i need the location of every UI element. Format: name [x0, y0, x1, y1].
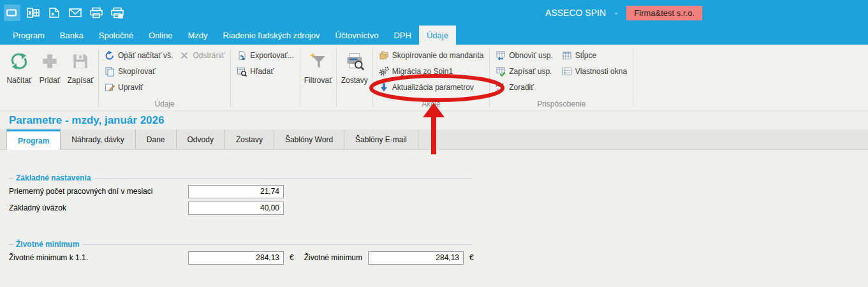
update-parameters-button[interactable]: Aktualizácia parametrov	[376, 79, 477, 95]
tab-program[interactable]: Program	[6, 129, 61, 150]
ribbon-group-label-udaje: Údaje	[101, 99, 228, 110]
title-bar: ASSECO SPIN - Firma&test s.r.o.	[0, 0, 868, 26]
section-dash	[9, 178, 13, 179]
ribbon-separator	[336, 48, 337, 107]
window-properties-button[interactable]: Vlastnosti okna	[559, 63, 630, 79]
menu-item-online[interactable]: Online	[141, 26, 180, 45]
excel-export-icon[interactable]	[25, 4, 41, 21]
section-rule	[83, 244, 472, 245]
base-workload-input[interactable]	[188, 202, 284, 215]
down-arrow-icon	[379, 82, 389, 92]
mail-icon[interactable]	[67, 4, 84, 21]
copy-to-mandant-label: Skopírovanie do mandanta	[392, 51, 483, 60]
restore-layout-icon	[496, 50, 506, 61]
section-rule	[94, 178, 472, 179]
export-icon	[237, 50, 247, 61]
titlebar-app-identity: ASSECO SPIN - Firma&test s.r.o.	[545, 6, 862, 20]
tab-sablony-word[interactable]: Šablóny Word	[274, 129, 344, 149]
ribbon-separator	[300, 48, 300, 107]
delete-icon	[179, 50, 189, 61]
menu-item-spolocne[interactable]: Spoločné	[91, 26, 141, 45]
ribbon-separator	[489, 48, 490, 107]
menu-item-program[interactable]: Program	[5, 26, 52, 45]
section-living-minimum: Životné minimum	[9, 216, 868, 249]
search-button[interactable]: Hľadať	[233, 63, 277, 79]
plus-icon	[38, 49, 61, 73]
ribbon-toolbar: Načítať Pridať Zapísať	[0, 45, 868, 111]
reports-button[interactable]: Zostavy	[339, 47, 370, 85]
export-label: Exportovať...	[250, 51, 294, 60]
save-layout-label: Zapísať usp.	[509, 67, 552, 76]
living-minimum-label: Životné minimum	[304, 253, 362, 262]
menu-item-udaje[interactable]: Údaje	[419, 26, 456, 45]
ribbon-group-export: Exportovať... Hľadať	[233, 47, 297, 110]
tab-odvody[interactable]: Odvody	[177, 129, 225, 149]
tab-nahrady-davky[interactable]: Náhrady, dávky	[61, 129, 135, 149]
tab-sablony-email[interactable]: Šablóny E-mail	[344, 129, 418, 149]
save-layout-icon	[496, 66, 506, 77]
section-dash	[9, 244, 13, 245]
print-preview-icon[interactable]	[109, 4, 126, 21]
menu-item-banka[interactable]: Banka	[52, 26, 91, 45]
save-button-label: Zapísať	[67, 76, 93, 85]
columns-button[interactable]: Stĺpce	[559, 47, 630, 63]
restore-layout-label: Obnoviť usp.	[509, 51, 553, 60]
add-button[interactable]: Pridať	[34, 47, 65, 85]
sort-button[interactable]: AZ Zoradiť	[492, 79, 556, 95]
save-layout-button[interactable]: Zapísať usp.	[492, 63, 556, 79]
copy-button[interactable]: Skopírovať	[101, 63, 159, 79]
edit-button[interactable]: Upraviť	[101, 79, 146, 95]
pdf-export-icon[interactable]	[46, 4, 63, 21]
reports-button-label: Zostavy	[341, 76, 368, 85]
tab-zostavy[interactable]: Zostavy	[225, 129, 274, 149]
ribbon-group-akcie: Skopírovanie do mandanta Migrácia zo Spi…	[376, 47, 487, 110]
ribbon-separator	[633, 48, 633, 107]
ribbon-group-label-akcie: Akcie	[376, 99, 487, 110]
gears-icon	[379, 66, 389, 77]
section-title-basic: Základné nastavenia	[16, 173, 91, 182]
tab-dane[interactable]: Dane	[136, 129, 177, 149]
sort-label: Zoradiť	[509, 83, 534, 92]
section-basic-settings: Základné nastavenia	[9, 150, 868, 183]
filter-button[interactable]: Filtrovať	[303, 47, 334, 85]
window-properties-icon	[562, 66, 572, 77]
avg-working-days-input[interactable]	[188, 185, 284, 198]
update-parameters-label: Aktualizácia parametrov	[392, 83, 474, 92]
parameter-tabs: Program Náhrady, dávky Dane Odvody Zosta…	[0, 129, 868, 150]
sort-icon: AZ	[496, 82, 506, 92]
ribbon-main-buttons: Načítať Pridať Zapísať	[4, 47, 96, 110]
reload-all-label: Opäť načítať vš.	[118, 51, 173, 60]
living-minimum-input[interactable]	[368, 251, 464, 265]
menu-item-uctovnictvo[interactable]: Účtovníctvo	[328, 26, 386, 45]
field-row-avg-working-days: Priemerný počet pracovných dní v mesiaci	[9, 183, 868, 200]
titlebar-separator: -	[615, 8, 617, 18]
export-button[interactable]: Exportovať...	[233, 47, 297, 63]
page-header: Parametre - mzdy, január 2026	[0, 111, 868, 129]
avg-working-days-label: Priemerný počet pracovných dní v mesiaci	[9, 187, 188, 196]
edit-icon	[105, 82, 115, 92]
menu-item-dph[interactable]: DPH	[386, 26, 418, 45]
migration-label: Migrácia zo Spin1	[392, 67, 453, 76]
menu-item-mzdy[interactable]: Mzdy	[180, 26, 216, 45]
copy-icon	[105, 66, 115, 77]
delete-button[interactable]: Odstrániť	[176, 47, 228, 63]
living-minimum-jan-label: Životné minimum k 1.1.	[9, 253, 188, 262]
menu-item-riadenie-ludskych-zdrojov[interactable]: Riadenie ľudských zdrojov	[216, 26, 328, 45]
copy-to-mandant-button[interactable]: Skopírovanie do mandanta	[376, 47, 487, 63]
tab-content-program: Základné nastavenia Priemerný počet prac…	[0, 150, 868, 266]
load-button[interactable]: Načítať	[4, 47, 34, 85]
filter-icon	[307, 49, 330, 73]
columns-icon	[562, 50, 572, 61]
living-minimum-jan-input[interactable]	[188, 251, 284, 265]
window-icon[interactable]	[4, 4, 20, 21]
save-button[interactable]: Zapísať	[65, 47, 96, 85]
print-icon[interactable]	[88, 4, 105, 21]
reload-all-button[interactable]: Opäť načítať vš.	[101, 47, 176, 63]
add-button-label: Pridať	[40, 76, 61, 85]
euro-suffix: €	[469, 253, 474, 262]
migration-button[interactable]: Migrácia zo Spin1	[376, 63, 456, 79]
window-properties-label: Vlastnosti okna	[575, 67, 627, 76]
restore-layout-button[interactable]: Obnoviť usp.	[492, 47, 556, 63]
ribbon-separator	[230, 48, 231, 107]
field-row-living-minimum: Životné minimum k 1.1. € Životné minimum…	[9, 249, 868, 266]
